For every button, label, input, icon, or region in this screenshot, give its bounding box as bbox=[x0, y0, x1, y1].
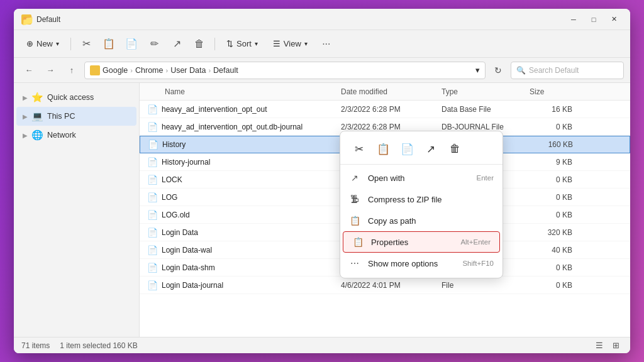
context-open-with[interactable]: ↗ Open with Enter bbox=[340, 167, 502, 189]
context-paste-button[interactable]: 📄 bbox=[396, 139, 418, 159]
column-type[interactable]: Type bbox=[441, 87, 530, 96]
titlebar-controls: ─ □ ✕ bbox=[565, 13, 623, 26]
network-label: Network bbox=[47, 131, 76, 140]
context-compress[interactable]: 🗜 Compress to ZIP file bbox=[340, 189, 502, 210]
copy-path-label: Copy as path bbox=[368, 216, 416, 226]
file-type: DB-JOURNAL File bbox=[441, 123, 530, 131]
new-icon: ⊕ bbox=[26, 39, 33, 48]
context-share-button[interactable]: ↗ bbox=[419, 139, 442, 159]
item-count: 71 items bbox=[21, 341, 50, 350]
grid-view-button[interactable]: ⊞ bbox=[609, 339, 623, 353]
window-title: Default bbox=[36, 15, 565, 24]
breadcrumb-sep-2: › bbox=[165, 67, 168, 74]
file-list[interactable]: Name Date modified Type Size 📄heavy_ad_i… bbox=[140, 83, 630, 337]
copy-button[interactable]: 📋 bbox=[99, 34, 119, 54]
file-name: LOG.old bbox=[162, 211, 190, 219]
file-size: 0 KB bbox=[530, 211, 580, 219]
minimize-button[interactable]: ─ bbox=[565, 13, 582, 26]
sort-button[interactable]: ⇅ Sort ▾ bbox=[220, 34, 264, 54]
file-icon: 📄 bbox=[147, 263, 158, 273]
file-name: heavy_ad_intervention_opt_out bbox=[162, 105, 267, 114]
file-date: 2/3/2022 6:28 PM bbox=[341, 123, 441, 131]
context-show-more[interactable]: ⋯ Show more options Shift+F10 bbox=[340, 253, 502, 274]
network-icon: 🌐 bbox=[31, 129, 43, 141]
forward-button[interactable]: → bbox=[42, 62, 59, 79]
statusbar: 71 items 1 item selected 160 KB ☰ ⊞ bbox=[14, 337, 630, 353]
refresh-button[interactable]: ↻ bbox=[489, 62, 507, 79]
sort-icon: ⇅ bbox=[226, 39, 233, 48]
breadcrumb-google[interactable]: Google bbox=[103, 66, 128, 75]
properties-shortcut: Alt+Enter bbox=[460, 238, 491, 246]
rename-button[interactable]: ✏ bbox=[144, 34, 164, 54]
toolbar-separator-1 bbox=[70, 38, 71, 50]
close-button[interactable]: ✕ bbox=[605, 13, 623, 26]
file-size: 0 KB bbox=[530, 123, 580, 131]
show-more-icon: ⋯ bbox=[349, 258, 360, 268]
file-icon: 📄 bbox=[147, 175, 158, 185]
up-button[interactable]: ↑ bbox=[63, 62, 80, 79]
context-copy-button[interactable]: 📋 bbox=[372, 139, 394, 159]
column-date[interactable]: Date modified bbox=[341, 87, 441, 96]
context-copy-path[interactable]: 📋 Copy as path bbox=[340, 210, 502, 231]
delete-button[interactable]: 🗑 bbox=[189, 34, 209, 54]
sidebar-item-this-pc[interactable]: ▶ 💻 This PC bbox=[16, 107, 136, 126]
file-name: Login Data-wal bbox=[162, 246, 212, 255]
search-box[interactable]: 🔍 Search Default bbox=[511, 62, 624, 79]
more-options-button[interactable]: ··· bbox=[316, 34, 336, 54]
properties-label: Properties bbox=[371, 238, 408, 247]
context-properties[interactable]: 📋 Properties Alt+Enter bbox=[343, 231, 500, 253]
toolbar-separator-2 bbox=[214, 38, 215, 50]
this-pc-label: This PC bbox=[47, 112, 75, 121]
breadcrumb-folder-icon bbox=[90, 65, 100, 75]
search-placeholder: Search Default bbox=[529, 66, 579, 75]
breadcrumb-chrome[interactable]: Chrome bbox=[135, 66, 163, 75]
column-size[interactable]: Size bbox=[530, 87, 580, 96]
network-chevron: ▶ bbox=[23, 132, 28, 139]
breadcrumb-dropdown-icon[interactable]: ▾ bbox=[475, 65, 480, 75]
context-cut-button[interactable]: ✂ bbox=[348, 139, 370, 159]
file-type: File bbox=[441, 281, 530, 290]
context-delete-button[interactable]: 🗑 bbox=[443, 139, 466, 159]
table-row[interactable]: 📄Login Data-journal 4/6/2022 4:01 PM Fil… bbox=[140, 277, 630, 294]
paste-button[interactable]: 📄 bbox=[121, 34, 142, 54]
file-icon: 📄 bbox=[147, 210, 158, 220]
file-icon: 📄 bbox=[147, 228, 158, 238]
open-with-icon: ↗ bbox=[349, 173, 360, 183]
file-name: Login Data bbox=[162, 228, 198, 237]
addressbar: ← → ↑ Google › Chrome › User Data › Defa… bbox=[14, 58, 630, 83]
file-icon: 📄 bbox=[147, 245, 158, 255]
file-name: LOG bbox=[162, 193, 177, 202]
file-name: heavy_ad_intervention_opt_out.db-journal bbox=[162, 123, 303, 131]
view-button[interactable]: ☰ View ▾ bbox=[267, 34, 314, 54]
breadcrumb-default[interactable]: Default bbox=[213, 66, 238, 75]
breadcrumb-userdata[interactable]: User Data bbox=[170, 66, 206, 75]
back-button[interactable]: ← bbox=[20, 62, 38, 79]
view-toggle: ☰ ⊞ bbox=[592, 339, 623, 353]
share-button[interactable]: ↗ bbox=[167, 34, 187, 54]
file-size: 16 KB bbox=[530, 105, 580, 114]
sidebar: ▶ ⭐ Quick access ▶ 💻 This PC ▶ 🌐 Network bbox=[14, 83, 140, 337]
table-row[interactable]: 📄heavy_ad_intervention_opt_out 2/3/2022 … bbox=[140, 101, 630, 118]
properties-icon: 📋 bbox=[352, 237, 364, 247]
column-name[interactable]: Name bbox=[140, 87, 341, 96]
compress-label: Compress to ZIP file bbox=[368, 195, 442, 204]
titlebar: 📁 Default ─ □ ✕ bbox=[14, 9, 630, 30]
file-name: History-journal bbox=[162, 158, 210, 167]
file-size: 0 KB bbox=[530, 175, 580, 184]
sidebar-item-network[interactable]: ▶ 🌐 Network bbox=[16, 126, 136, 145]
file-date: 4/6/2022 4:01 PM bbox=[341, 281, 441, 290]
sidebar-item-quick-access[interactable]: ▶ ⭐ Quick access bbox=[16, 88, 136, 107]
window-icon: 📁 bbox=[21, 14, 31, 25]
main-area: ▶ ⭐ Quick access ▶ 💻 This PC ▶ 🌐 Network… bbox=[14, 83, 630, 337]
file-icon: 📄 bbox=[147, 122, 158, 132]
breadcrumb[interactable]: Google › Chrome › User Data › Default ▾ bbox=[84, 62, 486, 79]
cut-button[interactable]: ✂ bbox=[76, 34, 96, 54]
file-name: Login Data-journal bbox=[162, 281, 223, 290]
quick-access-icon: ⭐ bbox=[31, 92, 43, 103]
this-pc-chevron: ▶ bbox=[23, 113, 28, 120]
quick-access-label: Quick access bbox=[47, 93, 94, 102]
maximize-button[interactable]: □ bbox=[585, 13, 602, 26]
file-size: 160 KB bbox=[530, 140, 580, 149]
new-button[interactable]: ⊕ New ▾ bbox=[20, 34, 65, 54]
list-view-button[interactable]: ☰ bbox=[592, 339, 606, 353]
